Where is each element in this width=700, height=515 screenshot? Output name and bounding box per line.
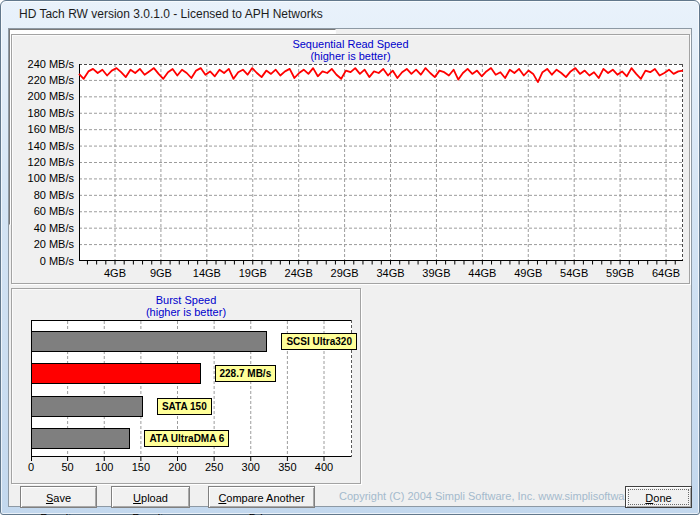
x-axis-label: 24GB [285, 267, 313, 279]
y-axis-label: 200 MB/s [28, 91, 74, 102]
x-axis-label: 150 [132, 461, 150, 473]
x-axis-label: 59GB [606, 267, 634, 279]
x-axis-label: 39GB [422, 267, 450, 279]
y-axis-label: 100 MB/s [28, 173, 74, 184]
x-axis-label: 64GB [652, 267, 680, 279]
burst-plot-area: SCSI Ultra320228.7 MB/sSATA 150ATA Ultra… [31, 320, 352, 457]
app-window: HD Tach RW version 3.0.1.0 - Licensed to… [0, 0, 700, 515]
bar-value-label: SCSI Ultra320 [281, 333, 357, 350]
sequential-plot-area [79, 64, 683, 261]
done-button[interactable]: Done [625, 486, 692, 508]
upload-results-button[interactable]: Upload Results [111, 486, 190, 508]
y-axis-label: 220 MB/s [28, 75, 74, 86]
y-axis-label: 120 MB/s [28, 157, 74, 168]
bar-sata-150 [31, 396, 143, 417]
y-axis-label: 180 MB/s [28, 108, 74, 119]
y-axis-label: 240 MB/s [28, 59, 74, 70]
x-axis-label: 49GB [514, 267, 542, 279]
burst-x-axis: 050100150200250300350400 [31, 461, 352, 473]
x-axis-label: 200 [168, 461, 186, 473]
copyright-text: Copyright (C) 2004 Simpli Software, Inc.… [339, 490, 621, 502]
x-axis-label: 9GB [150, 267, 172, 279]
sequential-y-axis: 240 MB/s220 MB/s200 MB/s180 MB/s160 MB/s… [12, 64, 74, 262]
sequential-chart-subtitle: (higher is better) [12, 50, 689, 62]
x-axis-label: 29GB [331, 267, 359, 279]
x-axis-label: 0 [28, 461, 34, 473]
window-title: HD Tach RW version 3.0.1.0 - Licensed to… [19, 1, 323, 28]
bar-ata-ultradma-6 [31, 428, 130, 449]
x-axis-label: 34GB [376, 267, 404, 279]
sequential-read-panel: Sequential Read Speed (higher is better)… [11, 34, 690, 284]
x-axis-label: 350 [278, 461, 296, 473]
y-axis-label: 0 MB/s [40, 256, 74, 267]
x-axis-label: 54GB [560, 267, 588, 279]
y-axis-label: 20 MB/s [34, 239, 74, 250]
bar-scsi-ultra320 [31, 331, 267, 352]
sequential-chart-title: Sequential Read Speed [12, 38, 689, 50]
burst-chart-subtitle: (higher is better) [12, 306, 360, 318]
x-axis-label: 44GB [468, 267, 496, 279]
x-axis-label: 50 [62, 461, 74, 473]
y-axis-label: 80 MB/s [34, 190, 74, 201]
burst-chart-title: Burst Speed [12, 294, 360, 306]
bar-value-label: 228.7 MB/s [215, 365, 277, 382]
x-axis-label: 4GB [104, 267, 126, 279]
x-axis-label: 100 [95, 461, 113, 473]
compare-another-drive-button[interactable]: Compare Another Drive [208, 486, 315, 508]
x-axis-label: 250 [205, 461, 223, 473]
x-axis-label: 400 [315, 461, 333, 473]
x-axis-label: 14GB [193, 267, 221, 279]
save-results-button[interactable]: Save Results [20, 486, 97, 508]
y-axis-label: 160 MB/s [28, 124, 74, 135]
x-axis-label: 19GB [239, 267, 267, 279]
burst-speed-panel: Burst Speed (higher is better) SCSI Ultr… [11, 288, 361, 484]
bar-value-label: SATA 150 [157, 398, 212, 415]
bar-value-label: ATA UltraDMA 6 [144, 430, 229, 447]
x-axis-label: 300 [242, 461, 260, 473]
bar-tested-drive [31, 363, 201, 384]
client-area: Sequential Read Speed (higher is better)… [8, 28, 692, 507]
y-axis-label: 40 MB/s [34, 223, 74, 234]
y-axis-label: 140 MB/s [28, 141, 74, 152]
title-bar[interactable]: HD Tach RW version 3.0.1.0 - Licensed to… [1, 1, 699, 28]
y-axis-label: 60 MB/s [34, 206, 74, 217]
sequential-chart-svg [79, 64, 683, 266]
sequential-x-axis: 4GB9GB14GB19GB24GB29GB34GB39GB44GB49GB54… [79, 267, 683, 279]
